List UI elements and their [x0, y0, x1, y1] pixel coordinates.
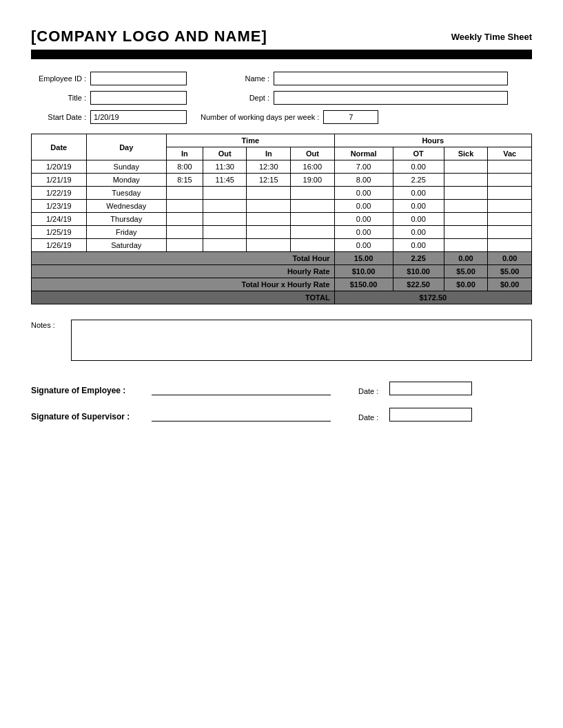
start-date-label: Start Date :	[31, 113, 86, 121]
employee-sig-row: Signature of Employee : Date :	[31, 382, 532, 395]
table-row: 1/22/19Tuesday0.000.00	[32, 187, 532, 200]
employee-sig-label: Signature of Employee :	[31, 386, 145, 395]
supervisor-date-label: Date :	[358, 413, 378, 422]
col-time: Time	[166, 134, 334, 147]
timesheet-table: Date Day Time Hours In Out In Out Normal…	[31, 134, 532, 304]
dept-input[interactable]	[274, 91, 508, 105]
title-label: Title :	[31, 94, 86, 102]
dept-label: Dept :	[214, 94, 269, 102]
name-group: Name :	[214, 72, 508, 85]
notes-label: Notes :	[31, 320, 65, 329]
title-input[interactable]	[90, 91, 187, 105]
col-date: Date	[32, 134, 87, 160]
notes-input[interactable]	[71, 320, 532, 361]
total-hour-row: Total Hour 15.00 2.25 0.00 0.00	[32, 252, 532, 265]
form-row-1: Employee ID : Name :	[31, 72, 532, 85]
total-x-rate-normal: $150.00	[334, 278, 393, 291]
signature-section: Signature of Employee : Date : Signature…	[31, 382, 532, 422]
working-days-label: Number of working days per week :	[201, 113, 319, 121]
hourly-rate-ot: $10.00	[393, 265, 444, 278]
start-date-input[interactable]: 1/20/19	[90, 110, 187, 124]
supervisor-sig-line	[152, 409, 331, 422]
sub-sick: Sick	[444, 147, 488, 160]
employee-id-label: Employee ID :	[31, 74, 86, 83]
notes-row: Notes :	[31, 320, 532, 361]
sub-out1: Out	[203, 147, 247, 160]
form-row-2: Title : Dept :	[31, 91, 532, 105]
table-header-row-1: Date Day Time Hours	[32, 134, 532, 147]
notes-section: Notes :	[31, 320, 532, 361]
working-days-input[interactable]: 7	[323, 110, 378, 124]
table-row: 1/21/19Monday8:1511:4512:1519:008.002.25	[32, 174, 532, 187]
total-x-rate-ot: $22.50	[393, 278, 444, 291]
form-row-3: Start Date : 1/20/19 Number of working d…	[31, 110, 532, 124]
sub-in1: In	[166, 147, 203, 160]
sub-vac: Vac	[488, 147, 532, 160]
employee-date-input[interactable]	[389, 382, 472, 395]
sub-ot: OT	[393, 147, 444, 160]
employee-id-input[interactable]	[90, 72, 187, 85]
total-hour-label: Total Hour	[32, 252, 335, 265]
total-x-rate-row: Total Hour x Hourly Rate $150.00 $22.50 …	[32, 278, 532, 291]
supervisor-sig-label: Signature of Supervisor :	[31, 412, 145, 422]
table-row: 1/23/19Wednesday0.000.00	[32, 200, 532, 213]
company-name: [COMPANY LOGO AND NAME]	[31, 28, 267, 45]
total-hour-normal: 15.00	[334, 252, 393, 265]
table-row: 1/24/19Thursday0.000.00	[32, 213, 532, 226]
grand-total-value: $172.50	[334, 291, 531, 304]
supervisor-sig-row: Signature of Supervisor : Date :	[31, 408, 532, 422]
employee-sig-line	[152, 383, 331, 395]
col-day: Day	[86, 134, 166, 160]
supervisor-date-input[interactable]	[389, 408, 472, 422]
sub-in2: In	[247, 147, 291, 160]
form-section: Employee ID : Name : Title : Dept : Star…	[31, 72, 532, 124]
hourly-rate-row: Hourly Rate $10.00 $10.00 $5.00 $5.00	[32, 265, 532, 278]
employee-date-label: Date :	[358, 387, 378, 395]
sub-normal: Normal	[334, 147, 393, 160]
grand-total-row: TOTAL $172.50	[32, 291, 532, 304]
sheet-title: Weekly Time Sheet	[451, 32, 532, 42]
header-bar	[31, 50, 532, 59]
table-row: 1/26/19Saturday0.000.00	[32, 239, 532, 252]
hourly-rate-vac: $5.00	[488, 265, 532, 278]
total-x-rate-label: Total Hour x Hourly Rate	[32, 278, 335, 291]
total-hour-ot: 2.25	[393, 252, 444, 265]
total-x-rate-sick: $0.00	[444, 278, 488, 291]
name-label: Name :	[214, 74, 269, 83]
hourly-rate-sick: $5.00	[444, 265, 488, 278]
hourly-rate-normal: $10.00	[334, 265, 393, 278]
dept-group: Dept :	[214, 91, 508, 105]
employee-id-group: Employee ID :	[31, 72, 187, 85]
total-hour-sick: 0.00	[444, 252, 488, 265]
sub-out2: Out	[291, 147, 335, 160]
name-input[interactable]	[274, 72, 508, 85]
total-hour-vac: 0.00	[488, 252, 532, 265]
title-group: Title :	[31, 91, 187, 105]
grand-total-label: TOTAL	[32, 291, 335, 304]
page-header: [COMPANY LOGO AND NAME] Weekly Time Shee…	[31, 28, 532, 45]
table-row: 1/20/19Sunday8:0011:3012:3016:007.000.00	[32, 160, 532, 174]
table-row: 1/25/19Friday0.000.00	[32, 226, 532, 239]
hourly-rate-label: Hourly Rate	[32, 265, 335, 278]
total-x-rate-vac: $0.00	[488, 278, 532, 291]
col-hours: Hours	[334, 134, 531, 147]
